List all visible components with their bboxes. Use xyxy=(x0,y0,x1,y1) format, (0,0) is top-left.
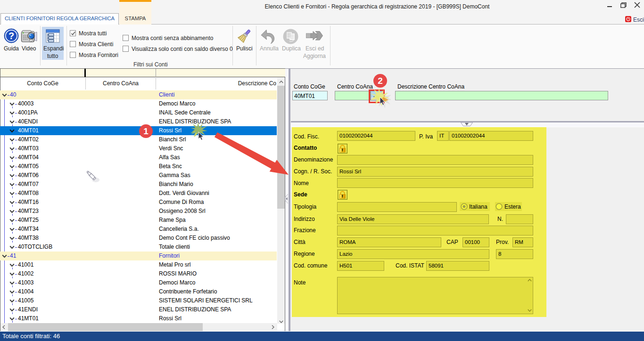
svg-text:?: ? xyxy=(8,31,14,41)
